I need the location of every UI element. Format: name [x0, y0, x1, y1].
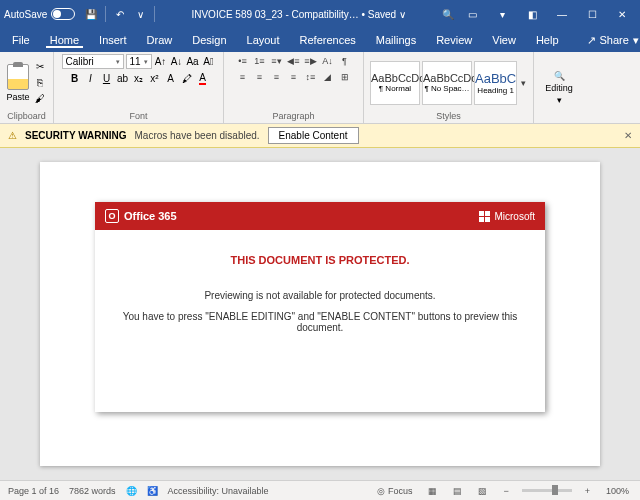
align-right-icon[interactable]: ≡	[269, 70, 285, 84]
italic-button[interactable]: I	[84, 71, 98, 85]
superscript-button[interactable]: x²	[148, 71, 162, 85]
menu-mailings[interactable]: Mailings	[372, 32, 420, 48]
cut-icon[interactable]: ✂	[33, 60, 47, 74]
status-page[interactable]: Page 1 of 16	[8, 486, 59, 496]
document-page: O Office 365 Microsoft THIS DOCUMENT IS …	[40, 162, 600, 466]
format-painter-icon[interactable]: 🖌	[33, 92, 47, 106]
document-canvas: O Office 365 Microsoft THIS DOCUMENT IS …	[0, 148, 640, 480]
close-icon[interactable]: ✕	[608, 4, 636, 24]
save-icon[interactable]: 💾	[81, 4, 101, 24]
maximize-icon[interactable]: ☐	[578, 4, 606, 24]
find-icon[interactable]: 🔍	[554, 71, 565, 81]
zoom-level[interactable]: 100%	[603, 486, 632, 496]
outdent-icon[interactable]: ◀≡	[286, 54, 302, 68]
underline-button[interactable]: U	[100, 71, 114, 85]
styles-group-label: Styles	[370, 111, 527, 121]
menu-draw[interactable]: Draw	[143, 32, 177, 48]
style-heading1[interactable]: AaBbC Heading 1	[474, 61, 517, 105]
microsoft-brand: Microsoft	[479, 211, 535, 222]
show-marks-icon[interactable]: ¶	[337, 54, 353, 68]
print-layout-icon[interactable]: ▤	[450, 486, 465, 496]
separator	[105, 6, 106, 22]
numbering-icon[interactable]: 1≡	[252, 54, 268, 68]
enable-content-button[interactable]: Enable Content	[268, 127, 359, 144]
menu-design[interactable]: Design	[188, 32, 230, 48]
align-left-icon[interactable]: ≡	[235, 70, 251, 84]
shield-icon: ⚠	[8, 130, 17, 141]
zoom-in-icon[interactable]: +	[582, 486, 593, 496]
font-group-label: Font	[60, 111, 217, 121]
ribbon-group-styles: AaBbCcDd ¶ Normal AaBbCcDd ¶ No Spac… Aa…	[364, 52, 534, 123]
security-warning-bar: ⚠ SECURITY WARNING Macros have been disa…	[0, 124, 640, 148]
line-spacing-icon[interactable]: ↕≡	[303, 70, 319, 84]
menu-layout[interactable]: Layout	[243, 32, 284, 48]
change-case-icon[interactable]: Aa	[186, 55, 200, 69]
multilevel-icon[interactable]: ≡▾	[269, 54, 285, 68]
style-normal[interactable]: AaBbCcDd ¶ Normal	[370, 61, 420, 105]
strike-button[interactable]: ab	[116, 71, 130, 85]
warning-close-icon[interactable]: ✕	[624, 130, 632, 141]
borders-icon[interactable]: ⊞	[337, 70, 353, 84]
menu-help[interactable]: Help	[532, 32, 563, 48]
menu-file[interactable]: File	[8, 32, 34, 48]
share-label: Share	[600, 34, 629, 46]
clear-format-icon[interactable]: A⃠	[202, 55, 216, 69]
font-name-combo[interactable]: Calibri▾	[62, 54, 124, 69]
office365-brand: O Office 365	[105, 209, 177, 223]
align-center-icon[interactable]: ≡	[252, 70, 268, 84]
card-body: THIS DOCUMENT IS PROTECTED. Previewing i…	[95, 230, 545, 357]
protected-heading: THIS DOCUMENT IS PROTECTED.	[113, 254, 527, 266]
menu-view[interactable]: View	[488, 32, 520, 48]
menu-review[interactable]: Review	[432, 32, 476, 48]
highlight-icon[interactable]: 🖍	[180, 71, 194, 85]
web-layout-icon[interactable]: ▧	[475, 486, 490, 496]
app-icon[interactable]: ◧	[518, 4, 546, 24]
subscript-button[interactable]: x₂	[132, 71, 146, 85]
warning-message: Macros have been disabled.	[135, 130, 260, 141]
language-icon[interactable]: 🌐	[126, 486, 137, 496]
bullets-icon[interactable]: •≡	[235, 54, 251, 68]
undo-icon[interactable]: ↶	[110, 4, 130, 24]
menu-home[interactable]: Home	[46, 32, 83, 48]
focus-mode-button[interactable]: ◎ Focus	[374, 486, 415, 496]
accessibility-icon: ♿	[147, 486, 158, 496]
titlebar: AutoSave 💾 ↶ ∨ INVOICE 589 03_23 - Compa…	[0, 0, 640, 28]
account-icon[interactable]: ▭	[458, 4, 486, 24]
justify-icon[interactable]: ≡	[286, 70, 302, 84]
paste-button[interactable]: Paste	[6, 64, 30, 102]
autosave-toggle[interactable]: AutoSave	[4, 8, 75, 20]
ribbon-group-paragraph: •≡ 1≡ ≡▾ ◀≡ ≡▶ A↓ ¶ ≡ ≡ ≡ ≡ ↕≡ ◢ ⊞ Parag…	[224, 52, 364, 123]
menu-references[interactable]: References	[296, 32, 360, 48]
zoom-slider[interactable]	[522, 489, 572, 492]
sort-icon[interactable]: A↓	[320, 54, 336, 68]
share-button[interactable]: ↗ Share ▾	[587, 34, 639, 47]
style-no-spacing[interactable]: AaBbCcDd ¶ No Spac…	[422, 61, 472, 105]
status-accessibility[interactable]: Accessibility: Unavailable	[168, 486, 269, 496]
search-icon[interactable]: 🔍	[438, 4, 458, 24]
paragraph-group-label: Paragraph	[230, 111, 357, 121]
status-words[interactable]: 7862 words	[69, 486, 116, 496]
bold-button[interactable]: B	[68, 71, 82, 85]
menu-insert[interactable]: Insert	[95, 32, 131, 48]
minimize-icon[interactable]: —	[548, 4, 576, 24]
copy-icon[interactable]: ⎘	[33, 76, 47, 90]
shading-icon[interactable]: ◢	[320, 70, 336, 84]
ribbon-group-editing: 🔍 Editing ▾	[534, 52, 584, 123]
shrink-font-icon[interactable]: A↓	[170, 55, 184, 69]
grow-font-icon[interactable]: A↑	[154, 55, 168, 69]
indent-icon[interactable]: ≡▶	[303, 54, 319, 68]
office-logo-icon: O	[105, 209, 119, 223]
font-size-combo[interactable]: 11▾	[126, 54, 152, 69]
statusbar: Page 1 of 16 7862 words 🌐 ♿ Accessibilit…	[0, 480, 640, 500]
font-color-icon[interactable]: A	[196, 71, 210, 85]
zoom-out-icon[interactable]: −	[500, 486, 511, 496]
styles-more-icon[interactable]: ▾	[519, 76, 527, 90]
redo-icon[interactable]: ∨	[130, 4, 150, 24]
ribbon-mode-icon[interactable]: ▾	[488, 4, 516, 24]
read-mode-icon[interactable]: ▦	[425, 486, 440, 496]
ribbon: Paste ✂ ⎘ 🖌 Clipboard Calibri▾ 11▾ A↑ A↓…	[0, 52, 640, 124]
text-effects-icon[interactable]: A	[164, 71, 178, 85]
warning-label: SECURITY WARNING	[25, 130, 127, 141]
chevron-down-icon: ▾	[557, 95, 562, 105]
ribbon-group-font: Calibri▾ 11▾ A↑ A↓ Aa A⃠ B I U ab x₂ x² …	[54, 52, 224, 123]
